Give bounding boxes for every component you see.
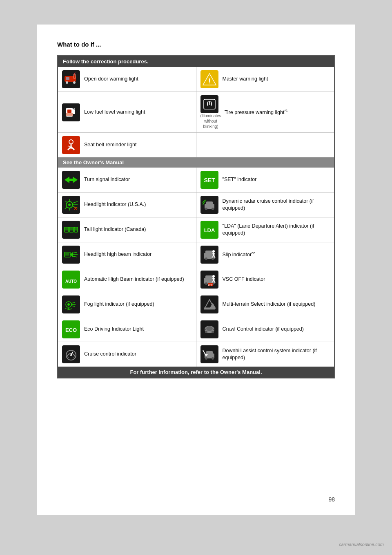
headlight-usa-svg bbox=[64, 197, 78, 212]
svg-point-39 bbox=[212, 208, 214, 210]
turn-signal-icon bbox=[62, 171, 80, 189]
svg-point-75 bbox=[205, 282, 207, 285]
svg-point-85 bbox=[67, 303, 70, 306]
master-warning-icon: ! bbox=[200, 70, 218, 88]
svg-point-38 bbox=[205, 208, 207, 210]
headlight-usa-label: Headlight indicator (U.S.A.) bbox=[84, 201, 146, 208]
svg-point-96 bbox=[205, 331, 207, 333]
low-fuel-label: Low fuel level warning light bbox=[84, 109, 145, 116]
table-header: Follow the correction procedures. bbox=[58, 56, 334, 67]
fog-light-icon bbox=[62, 295, 80, 313]
open-door-label: Open door warning light bbox=[84, 76, 138, 83]
downhill-svg bbox=[202, 347, 217, 362]
eco-label: Eco Driving Indicator Light bbox=[84, 326, 144, 333]
svg-text:ECO: ECO bbox=[65, 327, 77, 333]
slip-svg bbox=[202, 247, 217, 262]
svg-line-88 bbox=[71, 306, 75, 307]
tail-light-icon bbox=[62, 221, 80, 239]
svg-text:LDA: LDA bbox=[204, 227, 215, 233]
open-door-icon bbox=[62, 70, 80, 88]
svg-point-64 bbox=[205, 257, 207, 260]
tire-pressure-label: Tire pressure warning light*1 bbox=[225, 108, 288, 116]
multi-terrain-svg bbox=[202, 297, 217, 312]
section-subheader: See the Owner's Manual bbox=[58, 157, 334, 168]
svg-point-102 bbox=[70, 354, 72, 356]
eco-icon: ECO bbox=[62, 320, 80, 338]
svg-text:AUTO: AUTO bbox=[65, 279, 77, 284]
master-warning-svg: ! bbox=[202, 72, 217, 87]
svg-line-61 bbox=[73, 256, 77, 257]
low-fuel-icon bbox=[62, 103, 80, 121]
high-beam-icon bbox=[62, 246, 80, 264]
svg-rect-4 bbox=[66, 77, 69, 80]
tire-pressure-svg: (!) bbox=[202, 97, 217, 112]
vsc-off-label: VSC OFF indicator bbox=[223, 276, 265, 283]
svg-rect-91 bbox=[204, 307, 215, 310]
svg-rect-1 bbox=[74, 74, 76, 78]
svg-point-16 bbox=[69, 140, 73, 144]
svg-text:OFF: OFF bbox=[208, 284, 213, 286]
svg-rect-12 bbox=[66, 113, 73, 116]
svg-rect-63 bbox=[205, 251, 213, 255]
set-indicator-icon: SET bbox=[200, 171, 218, 189]
svg-point-108 bbox=[212, 357, 214, 360]
set-indicator-svg: SET bbox=[202, 172, 217, 187]
svg-point-77 bbox=[212, 275, 215, 278]
svg-line-33 bbox=[65, 207, 67, 209]
svg-point-95 bbox=[206, 326, 213, 331]
crawl-control-svg bbox=[202, 322, 217, 337]
vsc-off-icon: OFF bbox=[200, 271, 218, 289]
auto-high-beam-icon: AUTO bbox=[62, 271, 80, 289]
high-beam-label: Headlight high beam indicator bbox=[84, 251, 151, 258]
vsc-off-svg: OFF bbox=[202, 272, 217, 287]
watermark: carmanualsonline.com bbox=[339, 542, 384, 547]
svg-point-66 bbox=[212, 250, 215, 253]
fog-light-svg bbox=[64, 297, 78, 312]
auto-high-beam-svg: AUTO bbox=[64, 272, 78, 287]
lda-icon: LDA bbox=[200, 221, 218, 239]
svg-point-3 bbox=[73, 81, 76, 84]
page-number: 98 bbox=[328, 496, 335, 503]
cruise-control-svg bbox=[64, 347, 78, 362]
slip-label: Slip indicator*2 bbox=[223, 251, 255, 259]
turn-signal-label: Turn signal indicator bbox=[84, 176, 130, 184]
svg-point-107 bbox=[205, 357, 207, 360]
dynamic-radar-svg bbox=[202, 197, 217, 212]
dynamic-radar-icon bbox=[200, 196, 218, 214]
svg-point-26 bbox=[68, 204, 71, 206]
tail-light-label: Tail light indicator (Canada) bbox=[84, 226, 146, 233]
lda-svg: LDA bbox=[202, 222, 217, 237]
table-footer: For further information, refer to the Ow… bbox=[58, 367, 334, 378]
tire-pressure-icon: (!) bbox=[200, 95, 218, 113]
svg-point-97 bbox=[212, 331, 214, 333]
svg-marker-58 bbox=[70, 252, 73, 257]
downhill-label: Downhill assist control system indicator… bbox=[223, 347, 330, 362]
dynamic-radar-label: Dynamic radar cruise control indicator (… bbox=[223, 198, 330, 212]
low-fuel-svg bbox=[64, 105, 78, 120]
high-beam-svg bbox=[64, 247, 78, 262]
svg-rect-9 bbox=[67, 110, 71, 113]
svg-point-2 bbox=[66, 81, 68, 84]
turn-signal-svg bbox=[64, 172, 78, 187]
seatbelt-label: Seat belt reminder light bbox=[84, 141, 137, 149]
lda-label: "LDA" (Lane Departure Alert) indicator (… bbox=[223, 223, 330, 237]
master-warning-label: Master warning light bbox=[223, 76, 268, 83]
svg-line-27 bbox=[73, 201, 78, 203]
fog-light-label: Fog light indicator (if equipped) bbox=[84, 301, 154, 308]
auto-high-beam-label: Automatic High Beam indicator (if equipp… bbox=[84, 276, 184, 283]
slip-icon bbox=[200, 246, 218, 264]
crawl-control-icon bbox=[200, 320, 218, 338]
main-table: Follow the correction procedures. bbox=[57, 55, 335, 378]
open-door-svg bbox=[64, 72, 78, 87]
svg-line-59 bbox=[73, 252, 77, 253]
cruise-control-label: Cruise control indicator bbox=[84, 351, 136, 358]
multi-terrain-label: Multi-terrain Select indicator (if equip… bbox=[223, 301, 316, 308]
svg-text:(!): (!) bbox=[207, 100, 212, 106]
svg-point-98 bbox=[205, 329, 206, 330]
set-indicator-label: "SET" indicator bbox=[223, 176, 257, 184]
cruise-control-icon bbox=[62, 345, 80, 363]
seatbelt-svg bbox=[64, 138, 78, 152]
svg-line-5 bbox=[74, 73, 76, 74]
downhill-icon bbox=[200, 345, 218, 363]
svg-line-32 bbox=[65, 201, 67, 202]
